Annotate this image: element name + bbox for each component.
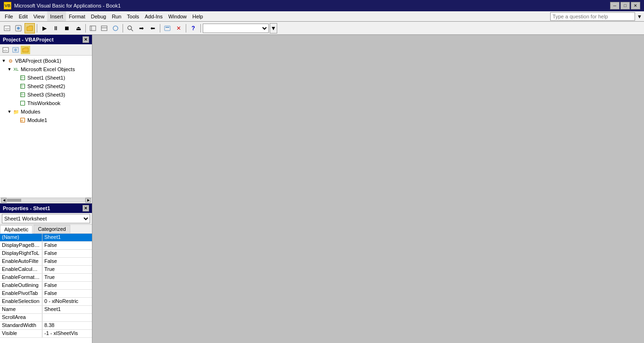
toolbar-design-mode[interactable]: ⏏ — [73, 23, 83, 33]
toolbar-sep-5 — [186, 24, 186, 33]
menu-addins[interactable]: Add-Ins — [142, 11, 165, 21]
code-area[interactable] — [92, 35, 644, 343]
properties-grid: (Name) Sheet1 DisplayPageBrea False Disp… — [0, 234, 92, 343]
toolbar-close[interactable]: ✕ — [173, 23, 184, 33]
tree-vbaproject[interactable]: ▼ ⚙ VBAProject (Book1) — [0, 57, 92, 65]
prop-value-displaypagebreak: False — [42, 242, 92, 249]
properties-close[interactable]: ✕ — [83, 205, 89, 212]
svg-rect-22 — [21, 84, 25, 88]
scroll-thumb[interactable] — [7, 199, 21, 202]
title-bar: VB Microsoft Visual Basic for Applicatio… — [0, 0, 644, 11]
menu-debug[interactable]: Debug — [88, 11, 109, 21]
prop-row-displayrighttol[interactable]: DisplayRightToL False — [0, 250, 92, 258]
tab-alphabetic[interactable]: Alphabetic — [0, 225, 33, 234]
toolbar-object-browser[interactable] — [110, 23, 121, 33]
vbaproject-icon: ⚙ — [7, 57, 14, 65]
sheet1-icon — [19, 74, 26, 82]
tree-toggle-vbaproject: ▼ — [1, 58, 7, 63]
toolbar-break[interactable]: ⏸ — [50, 23, 61, 33]
tree-thisworkbook-label: ThisWorkbook — [27, 100, 60, 106]
svg-text:M: M — [20, 119, 23, 122]
maximize-button[interactable]: □ — [620, 2, 630, 9]
prop-name-name2: Name — [0, 306, 42, 313]
toolbar-view-code[interactable]: </> — [2, 23, 12, 33]
menu-view[interactable]: View — [31, 11, 48, 21]
prop-value-name2: Sheet1 — [42, 306, 92, 313]
title-bar-text: Microsoft Visual Basic for Applications … — [14, 3, 121, 8]
toolbar-sep-3 — [123, 24, 123, 33]
proj-view-object[interactable] — [11, 46, 20, 54]
prop-row-enableautofilter[interactable]: EnableAutoFilte False — [0, 258, 92, 266]
left-panel: Project - VBAProject ✕ </> ▼ ⚙ VBAProjec… — [0, 35, 92, 343]
toolbar-outdent[interactable]: ⬅ — [148, 23, 158, 33]
prop-name-standardwidth: StandardWidth — [0, 322, 42, 329]
prop-row-enablecalculation[interactable]: EnableCalculatio True — [0, 266, 92, 274]
project-panel-close[interactable]: ✕ — [83, 36, 89, 43]
toolbar-userform-toolbar[interactable] — [162, 23, 173, 33]
toolbar-properties[interactable] — [99, 23, 109, 33]
toolbar-sep-2 — [85, 24, 86, 33]
prop-value-name: Sheet1 — [42, 234, 92, 241]
tree-sheet2[interactable]: Sheet2 (Sheet2) — [0, 82, 92, 90]
tree-sheet3[interactable]: Sheet3 (Sheet3) — [0, 90, 92, 99]
tree-sheet2-label: Sheet2 (Sheet2) — [27, 83, 65, 89]
toolbar-combo[interactable] — [203, 24, 269, 33]
tree-modules[interactable]: ▼ 📁 Modules — [0, 107, 92, 116]
toolbar-sep-4 — [160, 24, 160, 33]
toolbar-combo-arrow[interactable]: ▼ — [270, 23, 277, 33]
project-tree: ▼ ⚙ VBAProject (Book1) ▼ XL Microsoft Ex… — [0, 56, 92, 197]
menu-run[interactable]: Run — [109, 11, 124, 21]
menu-edit[interactable]: Edit — [16, 11, 31, 21]
proj-toggle-folders[interactable] — [21, 46, 30, 54]
prop-row-scrollarea[interactable]: ScrollArea — [0, 314, 92, 322]
prop-row-displaypagebreak[interactable]: DisplayPageBrea False — [0, 242, 92, 250]
prop-value-enableoutlining: False — [42, 282, 92, 289]
toolbar-view-object[interactable] — [13, 23, 24, 33]
prop-name-enablecalculation: EnableCalculatio — [0, 266, 42, 273]
menu-window[interactable]: Window — [165, 11, 190, 21]
menu-file[interactable]: File — [2, 11, 16, 21]
toolbar-run-pause[interactable]: ▶ — [39, 23, 50, 33]
tree-module1-label: Module1 — [27, 117, 47, 123]
toolbar-folder[interactable] — [25, 23, 35, 33]
prop-value-scrollarea — [42, 314, 92, 321]
toolbar-project-explorer[interactable] — [88, 23, 98, 33]
toolbar-find[interactable] — [125, 23, 135, 33]
svg-rect-30 — [21, 101, 25, 105]
properties-object-select[interactable]: Sheet1 Worksheet — [2, 214, 90, 223]
scroll-track[interactable] — [7, 198, 85, 202]
title-bar-controls: ─ □ ✕ — [610, 2, 640, 9]
menu-help[interactable]: Help — [190, 11, 206, 21]
svg-text:</>: </> — [5, 27, 9, 30]
prop-row-enableselection[interactable]: EnableSelection 0 - xlNoRestric — [0, 298, 92, 306]
prop-row-visible[interactable]: Visible -1 - xlSheetVis — [0, 330, 92, 338]
proj-view-code[interactable]: </> — [1, 46, 10, 54]
close-button[interactable]: ✕ — [631, 2, 640, 9]
tree-thisworkbook[interactable]: ThisWorkbook — [0, 99, 92, 107]
properties-panel: Properties - Sheet1 ✕ Sheet1 Worksheet A… — [0, 203, 92, 343]
menu-format[interactable]: Format — [66, 11, 88, 21]
prop-name-visible: Visible — [0, 330, 42, 337]
menu-insert[interactable]: Insert — [47, 11, 66, 21]
prop-row-enablepivottab[interactable]: EnablePivotTab False — [0, 290, 92, 298]
svg-rect-12 — [165, 27, 169, 28]
menu-tools[interactable]: Tools — [124, 11, 142, 21]
prop-row-enableoutlining[interactable]: EnableOutlining False — [0, 282, 92, 290]
toolbar-reset[interactable]: ⏹ — [62, 23, 72, 33]
prop-value-enableselection: 0 - xlNoRestric — [42, 298, 92, 305]
prop-row-name[interactable]: (Name) Sheet1 — [0, 234, 92, 242]
scroll-left-btn[interactable]: ◀ — [1, 198, 7, 203]
toolbar-help-btn[interactable]: ? — [188, 23, 198, 33]
toolbar-indent[interactable]: ➡ — [136, 23, 147, 33]
prop-row-enableformatcodes[interactable]: EnableFormatCo True — [0, 274, 92, 282]
help-search-input[interactable] — [550, 12, 635, 21]
prop-row-standardwidth[interactable]: StandardWidth 8.38 — [0, 322, 92, 330]
tree-sheet1[interactable]: Sheet1 (Sheet1) — [0, 74, 92, 82]
minimize-button[interactable]: ─ — [610, 2, 619, 9]
prop-row-name2[interactable]: Name Sheet1 — [0, 306, 92, 314]
tab-categorized[interactable]: Categorized — [33, 225, 70, 233]
scroll-right-btn[interactable]: ▶ — [85, 198, 91, 203]
tree-module1[interactable]: M Module1 — [0, 116, 92, 124]
tree-excel-objects[interactable]: ▼ XL Microsoft Excel Objects — [0, 65, 92, 74]
sheet2-icon — [19, 82, 26, 90]
